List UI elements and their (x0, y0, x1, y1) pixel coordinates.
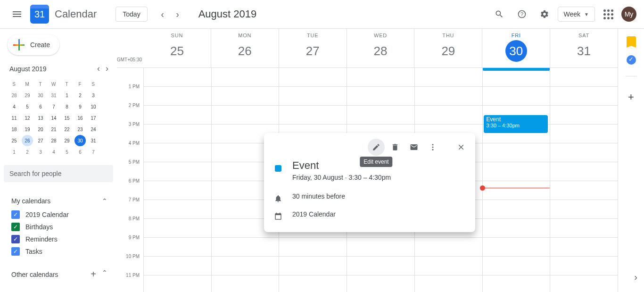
add-calendar-button[interactable]: + (91, 269, 96, 280)
mini-day[interactable]: 6 (34, 101, 47, 112)
mini-day[interactable]: 12 (21, 112, 34, 124)
event-block[interactable]: Event3:30 – 4:30pm (484, 115, 548, 133)
mini-dow: S (87, 78, 100, 90)
calendar-item[interactable]: Birthdays (6, 221, 111, 233)
main-menu-button[interactable] (8, 5, 26, 24)
mini-day[interactable]: 25 (8, 135, 21, 146)
calendar-checkbox[interactable] (11, 235, 20, 243)
other-calendars-toggle[interactable]: Other calendars + ⌃ (6, 265, 111, 284)
today-button[interactable]: Today (116, 7, 147, 22)
mini-day[interactable]: 21 (47, 124, 60, 135)
email-guests-button[interactable] (405, 139, 422, 156)
mini-prev-month[interactable]: ‹ (96, 63, 101, 75)
mini-day[interactable]: 27 (34, 135, 47, 146)
mini-day[interactable]: 26 (22, 135, 33, 146)
mini-calendar: SMTWTFS282930311234567891011121314151617… (4, 78, 113, 158)
day-header[interactable]: SUN25 (143, 29, 211, 67)
popover-calendar: 2019 Calendar (292, 210, 336, 218)
day-header[interactable]: TUE27 (279, 29, 347, 67)
keep-icon[interactable] (627, 36, 636, 46)
prev-week-button[interactable]: ‹ (155, 7, 170, 22)
side-panel: + (618, 29, 644, 292)
calendar-item[interactable]: Tasks (6, 245, 111, 258)
mini-day[interactable]: 30 (34, 90, 47, 101)
apps-icon (603, 9, 613, 19)
mini-day[interactable]: 31 (47, 90, 60, 101)
my-calendars-toggle[interactable]: My calendars ⌃ (6, 193, 111, 209)
mini-day[interactable]: 10 (87, 101, 100, 112)
mini-day[interactable]: 5 (21, 101, 34, 112)
mini-day[interactable]: 1 (8, 146, 21, 158)
mini-day[interactable]: 23 (74, 124, 87, 135)
mini-day[interactable]: 17 (87, 112, 100, 124)
day-header[interactable]: WED28 (347, 29, 414, 67)
mini-day[interactable]: 9 (74, 101, 87, 112)
all-day-event[interactable] (483, 68, 550, 71)
mini-day[interactable]: 7 (87, 146, 100, 158)
create-button[interactable]: Create (8, 34, 59, 55)
mini-day[interactable]: 16 (74, 112, 87, 124)
mini-day[interactable]: 19 (21, 124, 34, 135)
mini-day[interactable]: 28 (8, 90, 21, 101)
pencil-icon (372, 143, 380, 151)
mini-day[interactable]: 15 (60, 112, 74, 124)
get-addons-button[interactable]: + (622, 88, 641, 107)
mini-day[interactable]: 2 (21, 146, 34, 158)
day-column[interactable]: Event3:30 – 4:30pm (482, 68, 550, 292)
mini-day[interactable]: 5 (60, 146, 74, 158)
mini-day[interactable]: 31 (87, 135, 100, 146)
help-button[interactable]: ? (512, 5, 531, 24)
view-selector[interactable]: Week ▼ (558, 7, 595, 22)
mini-day[interactable]: 4 (8, 101, 21, 112)
mini-day[interactable]: 3 (87, 90, 100, 101)
day-header[interactable]: FRI30 (482, 29, 550, 67)
calendar-checkbox[interactable] (11, 223, 20, 231)
mini-day[interactable]: 18 (8, 124, 21, 135)
mini-dow: W (47, 78, 60, 90)
mini-day[interactable]: 7 (47, 101, 60, 112)
day-header[interactable]: THU29 (414, 29, 482, 67)
calendar-checkbox[interactable] (11, 247, 20, 256)
mini-day[interactable]: 13 (34, 112, 47, 124)
mini-day[interactable]: 11 (8, 112, 21, 124)
mini-dow: T (34, 78, 47, 90)
close-popover-button[interactable] (453, 139, 470, 156)
hide-side-panel[interactable]: › (634, 272, 637, 283)
mini-day[interactable]: 24 (87, 124, 100, 135)
search-people-input[interactable]: Search for people (4, 165, 113, 182)
options-button[interactable] (424, 139, 441, 156)
delete-event-button[interactable] (387, 139, 404, 156)
hour-label: 7 PM (117, 197, 143, 216)
mini-day[interactable]: 3 (34, 146, 47, 158)
settings-button[interactable] (535, 5, 554, 24)
mini-day[interactable]: 8 (60, 101, 74, 112)
mini-day[interactable]: 22 (60, 124, 74, 135)
day-column[interactable] (550, 68, 618, 292)
mini-day[interactable]: 2 (74, 90, 87, 101)
mini-dow: T (60, 78, 74, 90)
day-column[interactable] (143, 68, 211, 292)
mini-next-month[interactable]: › (105, 63, 109, 75)
mini-day[interactable]: 14 (47, 112, 60, 124)
account-avatar[interactable]: My (621, 7, 636, 22)
mini-day[interactable]: 6 (74, 146, 87, 158)
mini-day[interactable]: 20 (34, 124, 47, 135)
mini-day[interactable]: 1 (60, 90, 74, 101)
mini-dow: F (74, 78, 87, 90)
calendar-item[interactable]: Reminders (6, 233, 111, 245)
day-header[interactable]: SAT31 (550, 29, 618, 67)
calendar-checkbox[interactable] (11, 210, 20, 219)
mini-day[interactable]: 4 (47, 146, 60, 158)
mini-day[interactable]: 29 (21, 90, 34, 101)
tasks-icon[interactable] (627, 55, 636, 65)
mini-day[interactable]: 29 (60, 135, 74, 146)
edit-event-button[interactable]: Edit event (368, 139, 385, 156)
search-button[interactable] (490, 5, 509, 24)
mini-day[interactable]: 30 (74, 135, 86, 146)
calendar-item[interactable]: 2019 Calendar (6, 209, 111, 221)
google-apps-button[interactable] (599, 5, 618, 24)
next-week-button[interactable]: › (170, 7, 185, 22)
mini-day[interactable]: 28 (47, 135, 60, 146)
day-header[interactable]: MON26 (211, 29, 279, 67)
bell-icon (274, 194, 282, 203)
